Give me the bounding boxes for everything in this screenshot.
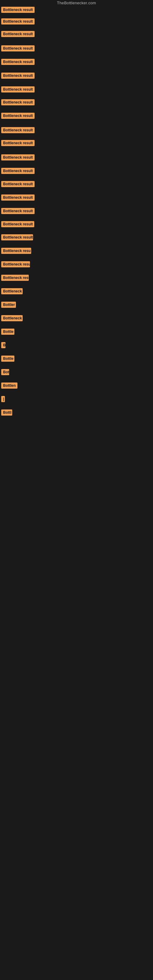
bottleneck-label-15: Bottleneck result — [1, 194, 35, 200]
bottleneck-label-5: Bottleneck result — [1, 59, 35, 65]
bottleneck-label-19: Bottleneck resu — [1, 248, 31, 254]
bottleneck-label-13: Bottleneck result — [1, 168, 35, 174]
bottleneck-label-29: Bottlen — [1, 382, 18, 389]
bottleneck-label-10: Bottleneck result — [1, 127, 35, 133]
bottleneck-label-11: Bottleneck result — [1, 140, 35, 146]
bottleneck-label-22: Bottleneck — [1, 288, 22, 294]
bottleneck-label-23: Bottler — [1, 302, 16, 308]
bottleneck-label-14: Bottleneck result — [1, 181, 35, 187]
bottleneck-label-21: Bottleneck resu — [1, 275, 29, 281]
bottleneck-label-16: Bottleneck result — [1, 208, 35, 214]
bottleneck-label-20: Bottleneck resu — [1, 261, 30, 267]
bottleneck-label-2: Bottleneck result — [1, 18, 35, 24]
bottleneck-label-7: Bottleneck result — [1, 86, 35, 92]
bottleneck-label-6: Bottleneck result — [1, 73, 35, 79]
bottleneck-label-8: Bottleneck result — [1, 99, 35, 105]
bottleneck-label-12: Bottleneck result — [1, 154, 35, 161]
bottleneck-label-3: Bottleneck result — [1, 31, 35, 37]
bottleneck-label-28: Bot — [1, 369, 9, 375]
bottleneck-label-25: Bottle — [1, 329, 14, 335]
bottleneck-label-4: Bottleneck result — [1, 45, 35, 51]
bottleneck-label-1: Bottleneck result — [1, 7, 35, 13]
bottleneck-label-18: Bottleneck result — [1, 234, 33, 240]
bottleneck-label-9: Bottleneck result — [1, 113, 35, 119]
bottleneck-label-30: | — [1, 396, 5, 402]
bottleneck-label-31: Bottl — [1, 409, 12, 415]
bottleneck-label-17: Bottleneck result — [1, 221, 34, 227]
bottleneck-label-26: B — [1, 342, 5, 348]
bottleneck-label-24: Bottleneck — [1, 315, 22, 321]
bottleneck-label-27: Bottle — [1, 356, 14, 362]
site-title: TheBottlenecker.com — [0, 1, 153, 5]
